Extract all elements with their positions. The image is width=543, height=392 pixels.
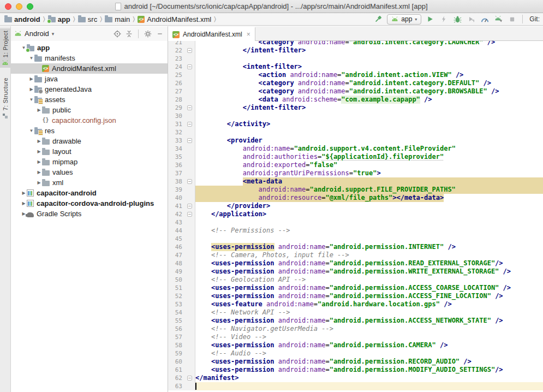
tree-collapsed-arrow-icon[interactable]: ▶ xyxy=(36,159,42,164)
code-line[interactable]: 61 <uses-permission android:name="androi… xyxy=(168,366,543,374)
hide-panel-icon[interactable] xyxy=(155,29,164,38)
tree-item-manifests[interactable]: ▼manifests xyxy=(11,53,168,63)
breadcrumb-item-androidmanifest-xml[interactable]: AndroidManifest.xml xyxy=(136,15,212,23)
breadcrumb-item-src[interactable]: src xyxy=(77,15,98,23)
tree-item-capacitor-config-json[interactable]: capacitor.config.json xyxy=(11,115,168,126)
line-number[interactable]: 46 xyxy=(168,243,184,251)
line-number[interactable]: 39 xyxy=(168,186,184,194)
line-number[interactable]: 35 xyxy=(168,153,184,161)
tree-item-mipmap[interactable]: ▶mipmap xyxy=(11,157,168,167)
close-window-button[interactable] xyxy=(5,3,11,10)
build-hammer-icon[interactable] xyxy=(373,14,383,24)
code-line[interactable]: 63 xyxy=(168,382,543,390)
line-number[interactable]: 30 xyxy=(168,112,184,120)
tool-button--structure[interactable]: 7: Structure xyxy=(0,75,11,120)
code-line[interactable]: 42− </application> xyxy=(168,210,543,218)
run-icon[interactable] xyxy=(425,14,435,24)
tree-item-xml[interactable]: ▶xml xyxy=(11,177,168,188)
line-number[interactable]: 61 xyxy=(168,366,184,374)
code-line[interactable]: 21 <category android:name="android.inten… xyxy=(168,41,543,46)
code-line[interactable]: 51 <uses-permission android:name="androi… xyxy=(168,284,543,292)
line-number[interactable]: 54 xyxy=(168,308,184,317)
breadcrumb-item-android[interactable]: android xyxy=(3,15,41,23)
close-tab-icon[interactable]: × xyxy=(246,31,250,38)
line-number[interactable]: 25 xyxy=(168,71,184,79)
project-view-select[interactable]: Android xyxy=(25,29,49,38)
tree-item-res[interactable]: ▼res xyxy=(11,126,168,136)
code-line[interactable]: 45 xyxy=(168,235,543,243)
debug-icon[interactable] xyxy=(452,14,462,24)
code-line[interactable]: 30 xyxy=(168,112,543,120)
line-number[interactable]: 36 xyxy=(168,161,184,169)
line-number[interactable]: 21 xyxy=(168,41,184,46)
line-number[interactable]: 48 xyxy=(168,259,184,268)
line-number[interactable]: 56 xyxy=(168,325,184,333)
tab-androidmanifest[interactable]: AndroidManifest.xml × xyxy=(168,27,255,41)
code-editor[interactable]: 21 <category android:name="android.inten… xyxy=(168,41,543,392)
code-line[interactable]: 55 <uses-permission android:name="androi… xyxy=(168,317,543,325)
tree-expanded-arrow-icon[interactable]: ▼ xyxy=(28,56,34,61)
code-line[interactable]: 49 <uses-permission android:name="androi… xyxy=(168,268,543,276)
code-line[interactable]: 60 <uses-permission android:name="androi… xyxy=(168,358,543,366)
line-number[interactable]: 60 xyxy=(168,358,184,366)
line-number[interactable]: 58 xyxy=(168,341,184,349)
code-line[interactable]: 31− </activity> xyxy=(168,120,543,128)
line-number[interactable]: 44 xyxy=(168,227,184,235)
line-number[interactable]: 40 xyxy=(168,194,184,202)
line-number[interactable]: 49 xyxy=(168,268,184,276)
tree-item-drawable[interactable]: ▶drawable xyxy=(11,136,168,146)
code-line[interactable]: 39 android:name="android.support.FILE_PR… xyxy=(168,186,543,194)
fold-end-icon[interactable]: − xyxy=(187,122,192,127)
fold-start-icon[interactable]: − xyxy=(187,64,192,69)
line-number[interactable]: 51 xyxy=(168,284,184,292)
line-number[interactable]: 37 xyxy=(168,169,184,177)
tree-item-java[interactable]: ▶java xyxy=(11,74,168,84)
line-number[interactable]: 62 xyxy=(168,374,184,382)
code-line[interactable]: 32 xyxy=(168,128,543,136)
fold-end-icon[interactable]: − xyxy=(187,105,192,110)
line-number[interactable]: 59 xyxy=(168,349,184,358)
tree-expanded-arrow-icon[interactable]: ▼ xyxy=(28,97,34,102)
line-number[interactable]: 31 xyxy=(168,120,184,128)
line-number[interactable]: 57 xyxy=(168,333,184,341)
code-line[interactable]: 54 <!-- Network API --> xyxy=(168,308,543,317)
tree-collapsed-arrow-icon[interactable]: ▶ xyxy=(36,139,42,144)
collapse-all-icon[interactable] xyxy=(124,29,134,38)
line-number[interactable]: 29 xyxy=(168,104,184,112)
code-line[interactable]: 28 <data android:scheme="com.example.cap… xyxy=(168,96,543,104)
code-line[interactable]: 43 xyxy=(168,218,543,227)
line-number[interactable]: 24 xyxy=(168,63,184,71)
code-line[interactable]: 22− </intent-filter> xyxy=(168,46,543,55)
line-number[interactable]: 42 xyxy=(168,210,184,218)
attach-debugger-icon[interactable] xyxy=(466,14,476,24)
tree-collapsed-arrow-icon[interactable]: ▶ xyxy=(36,180,42,185)
fold-end-icon[interactable]: − xyxy=(187,204,192,209)
code-line[interactable]: 26 <category android:name="android.inten… xyxy=(168,79,543,87)
code-line[interactable]: 36 android:exported="false" xyxy=(168,161,543,169)
line-number[interactable]: 32 xyxy=(168,128,184,136)
locate-file-icon[interactable] xyxy=(112,29,122,38)
line-number[interactable]: 33 xyxy=(168,136,184,145)
breadcrumb-item-main[interactable]: main xyxy=(104,15,131,23)
tree-collapsed-arrow-icon[interactable]: ▶ xyxy=(21,191,27,195)
line-number[interactable]: 53 xyxy=(168,300,184,308)
line-number[interactable]: 43 xyxy=(168,218,184,227)
code-line[interactable]: 57 <!-- Video --> xyxy=(168,333,543,341)
tree-item-values[interactable]: ▶values xyxy=(11,167,168,177)
tree-item-gradle-scripts[interactable]: ▶Gradle Scripts xyxy=(11,209,168,219)
code-line[interactable]: 24− <intent-filter> xyxy=(168,63,543,71)
fold-start-icon[interactable]: − xyxy=(187,179,192,184)
settings-gear-icon[interactable] xyxy=(143,29,152,38)
fold-end-icon[interactable]: − xyxy=(187,376,192,381)
minimize-window-button[interactable] xyxy=(16,3,22,10)
tree-collapsed-arrow-icon[interactable]: ▶ xyxy=(36,149,42,154)
tree-item-layout[interactable]: ▶layout xyxy=(11,146,168,157)
breadcrumb-item-app[interactable]: app xyxy=(47,15,71,23)
line-number[interactable]: 55 xyxy=(168,317,184,325)
line-number[interactable]: 63 xyxy=(168,382,184,390)
tree-item-capacitor-android[interactable]: ▶capacitor-android xyxy=(11,188,168,198)
tree-item-capacitor-cordova-android-plugins[interactable]: ▶capacitor-cordova-android-plugins xyxy=(11,198,168,209)
line-number[interactable]: 23 xyxy=(168,55,184,63)
code-line[interactable]: 52 <uses-permission android:name="androi… xyxy=(168,292,543,300)
code-line[interactable]: 58 <uses-permission android:name="androi… xyxy=(168,341,543,349)
